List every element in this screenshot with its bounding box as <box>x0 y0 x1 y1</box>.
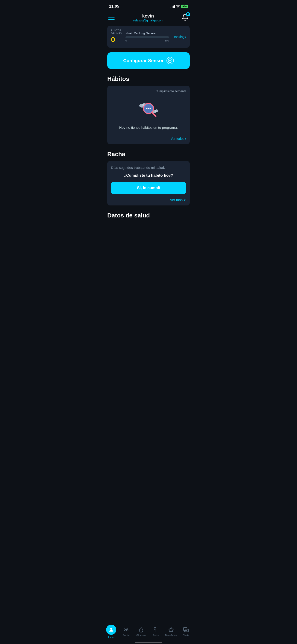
racha-section-title: Racha <box>104 151 194 161</box>
ver-mas-link[interactable]: Ver más ∨ <box>111 198 186 202</box>
habits-empty-text: Hoy no tienes hábitos en tu programa. <box>119 126 178 130</box>
svg-point-10 <box>150 108 151 109</box>
points-label: PUNTOSDEL MES <box>111 29 122 35</box>
habitos-card: Cumplimiento semanal Hoy no tienes hábit… <box>107 86 190 144</box>
signal-icon <box>170 5 175 8</box>
header-center: kevin velasco@gmailqa.com <box>133 13 163 22</box>
ranking-link[interactable]: Ranking › <box>173 35 186 39</box>
status-bar: 11:05 98+ <box>104 0 194 12</box>
svg-point-5 <box>155 110 158 112</box>
wifi-icon <box>176 4 180 8</box>
progress-max: 300 <box>165 39 169 42</box>
progress-labels: 0 300 <box>126 39 169 42</box>
cumplir-button[interactable]: Si, lo cumplí <box>111 182 186 194</box>
menu-button[interactable] <box>108 16 115 20</box>
notification-badge: 12 <box>186 12 190 16</box>
status-icons: 98+ <box>170 4 188 8</box>
configurar-sensor-label: Configurar Sensor <box>123 58 164 63</box>
habitos-section-title: Hábitos <box>104 75 194 86</box>
racha-question: ¿Cumpliste tu habito hoy? <box>111 173 186 178</box>
svg-point-8 <box>146 108 148 109</box>
points-value: 0 <box>111 36 122 44</box>
user-email: velasco@gmailqa.com <box>133 19 163 22</box>
user-name: kevin <box>133 13 163 19</box>
ver-todos-link[interactable]: Ver todos › <box>111 137 186 140</box>
svg-line-12 <box>152 113 156 116</box>
empty-illustration <box>137 99 160 122</box>
datos-salud-section: Datos de salud <box>104 212 194 219</box>
configurar-sensor-button[interactable]: Configurar Sensor <box>107 52 190 69</box>
racha-card: Días seguidos trabajando mi salud. ¿Cump… <box>107 161 190 206</box>
progress-min: 0 <box>126 39 127 42</box>
points-progress-area: Nivel: Ranking General 0 300 <box>126 32 169 42</box>
svg-point-1 <box>170 60 170 61</box>
svg-point-9 <box>148 108 149 109</box>
battery-indicator: 98+ <box>181 4 188 8</box>
racha-subtitle: Días seguidos trabajando mi salud. <box>111 166 186 170</box>
header: kevin velasco@gmailqa.com 12 <box>104 12 194 26</box>
sensor-icon <box>166 57 174 64</box>
datos-salud-title: Datos de salud <box>107 212 190 219</box>
cumplimiento-label: Cumplimiento semanal <box>111 89 186 93</box>
points-banner: PUNTOSDEL MES 0 Nivel: Ranking General 0… <box>107 26 190 48</box>
habits-empty-state: Hoy no tienes hábitos en tu programa. <box>111 96 186 137</box>
status-time: 11:05 <box>109 4 119 9</box>
nivel-label: Nivel: Ranking General <box>126 32 169 35</box>
points-left: PUNTOSDEL MES 0 <box>111 29 122 44</box>
progress-bar <box>126 36 169 38</box>
notification-button[interactable]: 12 <box>182 14 189 22</box>
